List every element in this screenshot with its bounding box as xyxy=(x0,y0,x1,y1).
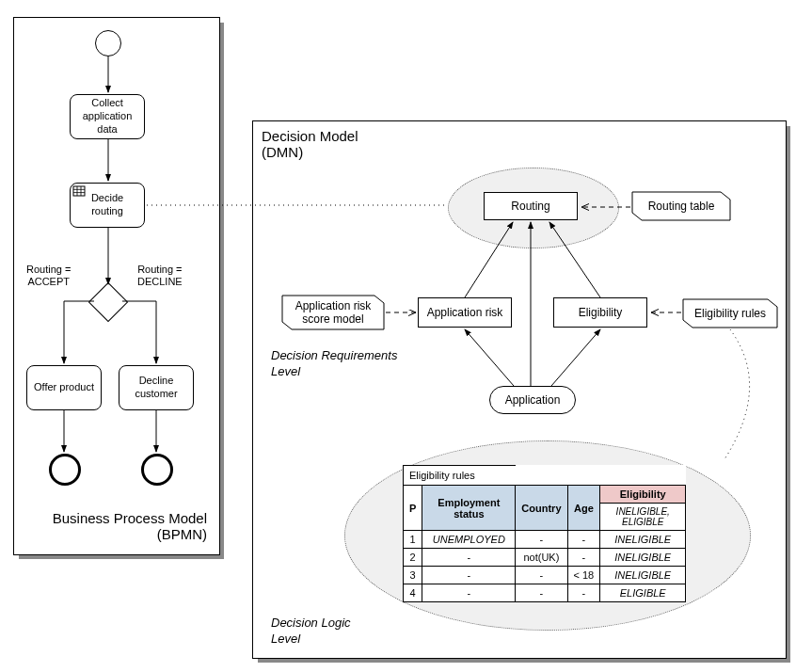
dt-r2-out: INELIGIBLE xyxy=(600,549,686,567)
dmn-title: Decision Model (DMN) xyxy=(262,128,358,160)
dt-title: Eligibility rules xyxy=(404,466,516,486)
ks-elig-rules-label: Eligibility rules xyxy=(694,307,766,320)
dt-h-emp: Employment status xyxy=(422,486,516,531)
task-decline-label: Decline customer xyxy=(123,375,189,401)
level-logic: Decision Logic Level xyxy=(271,616,351,648)
dt-r1-emp: UNEMPLOYED xyxy=(422,531,516,549)
ks-risk-model: Application risk score model xyxy=(282,296,384,329)
dt-h-elig: Eligibility xyxy=(600,486,686,504)
dt-r4-country: - xyxy=(516,584,567,602)
dt-r2-country: not(UK) xyxy=(516,549,567,567)
table-row: 1 UNEMPLOYED - - INELIGIBLE xyxy=(404,531,686,549)
decision-table: Eligibility rules P Employment status Co… xyxy=(403,465,686,602)
dt-r3-out: INELIGIBLE xyxy=(600,567,686,584)
decision-routing-label: Routing xyxy=(511,200,549,213)
task-decide: Decide routing xyxy=(70,183,145,228)
diagram-root: Business Process Model (BPMN) Decision M… xyxy=(9,9,787,663)
table-row: 2 - not(UK) - INELIGIBLE xyxy=(404,549,686,567)
end-event-offer xyxy=(49,454,81,486)
dt-rows: 1 UNEMPLOYED - - INELIGIBLE 2 - not(UK) … xyxy=(404,531,686,602)
task-decline: Decline customer xyxy=(119,365,194,410)
ks-elig-rules: Eligibility rules xyxy=(683,299,777,328)
ks-risk-model-label: Application risk score model xyxy=(282,299,384,327)
decision-app-risk-label: Application risk xyxy=(427,306,503,319)
dt-r1-age: - xyxy=(567,531,600,549)
dt-r2-n: 2 xyxy=(404,549,422,567)
table-row: 3 - - < 18 INELIGIBLE xyxy=(404,567,686,584)
dt-r1-n: 1 xyxy=(404,531,422,549)
task-offer-label: Offer product xyxy=(34,381,94,394)
dt-r3-n: 3 xyxy=(404,567,422,584)
dt-h-age: Age xyxy=(567,486,600,531)
input-application: Application xyxy=(489,386,576,414)
task-collect: Collect application data xyxy=(70,94,145,139)
svg-rect-0 xyxy=(73,186,85,196)
dt-r1-country: - xyxy=(516,531,567,549)
dt-r2-age: - xyxy=(567,549,600,567)
bpmn-title: Business Process Model (BPMN) xyxy=(38,510,207,542)
end-event-decline xyxy=(141,454,173,486)
start-event xyxy=(95,30,121,56)
cond-accept: Routing = ACCEPT xyxy=(26,264,71,288)
dt-r4-n: 4 xyxy=(404,584,422,602)
task-collect-label: Collect application data xyxy=(74,97,140,136)
dt-r4-age: - xyxy=(567,584,600,602)
cond-decline: Routing = DECLINE xyxy=(137,264,183,288)
decision-app-risk: Application risk xyxy=(418,297,512,328)
ks-routing-table: Routing table xyxy=(632,192,730,220)
dt-out-domain: INELIGIBLE, ELIGIBLE xyxy=(600,504,686,531)
decision-eligibility-label: Eligibility xyxy=(579,306,623,319)
dt-h-country: Country xyxy=(516,486,567,531)
dt-r2-emp: - xyxy=(422,549,516,567)
task-offer: Offer product xyxy=(26,365,102,410)
input-application-label: Application xyxy=(505,393,561,407)
table-row: 4 - - - ELIGIBLE xyxy=(404,584,686,602)
dt-r4-emp: - xyxy=(422,584,516,602)
dt-r3-emp: - xyxy=(422,567,516,584)
dt-r3-age: < 18 xyxy=(567,567,600,584)
dt-r3-country: - xyxy=(516,567,567,584)
decision-routing: Routing xyxy=(484,192,578,220)
dt-r4-out: ELIGIBLE xyxy=(600,584,686,602)
dt-r1-out: INELIGIBLE xyxy=(600,531,686,549)
level-req: Decision Requirements Level xyxy=(271,348,397,380)
decision-eligibility: Eligibility xyxy=(553,297,647,328)
ks-routing-table-label: Routing table xyxy=(648,200,715,213)
decision-table-icon xyxy=(73,186,85,196)
dt-hitpolicy: P xyxy=(404,486,422,531)
